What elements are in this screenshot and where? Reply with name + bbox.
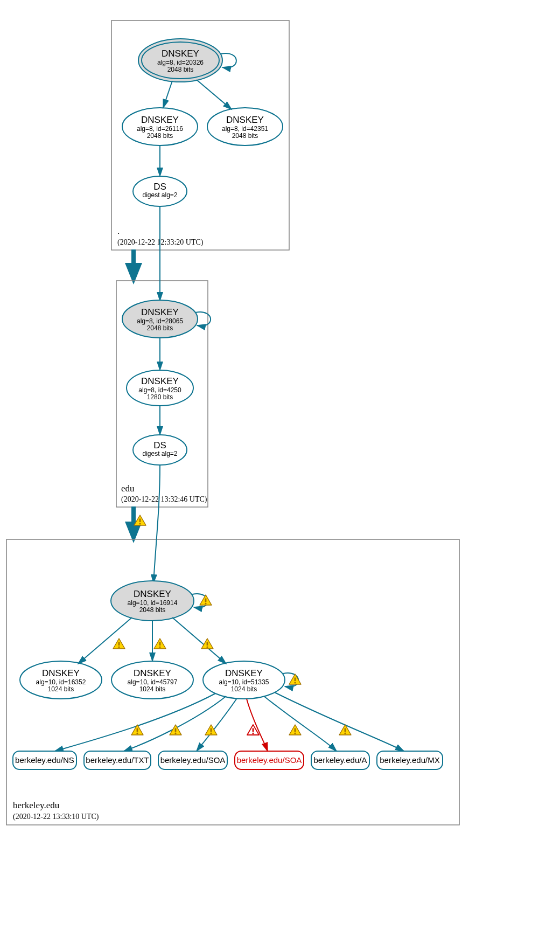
warning-icon[interactable] [289,674,301,684]
rr-mx[interactable]: berkeley.edu/MX [377,751,443,769]
svg-text:alg=8, id=20326: alg=8, id=20326 [157,59,204,66]
svg-text:1024 bits: 1024 bits [48,685,74,693]
zone-label-berkeley: berkeley.edu [13,800,60,810]
svg-text:DNSKEY: DNSKEY [162,48,199,59]
zone-label-root: . [117,226,120,236]
svg-text:digest alg=2: digest alg=2 [142,191,177,199]
svg-text:2048 bits: 2048 bits [147,324,173,332]
svg-text:alg=10, id=16914: alg=10, id=16914 [128,599,178,607]
warning-icon[interactable] [205,725,217,735]
svg-text:alg=10, id=16352: alg=10, id=16352 [36,678,86,686]
zone-ts-berkeley: (2020-12-22 13:33:10 UTC) [13,813,99,821]
svg-text:DNSKEY: DNSKEY [141,307,179,317]
dnssec-graph: . (2020-12-22 12:33:20 UTC) DNSKEY alg=8… [0,0,560,944]
svg-text:DNSKEY: DNSKEY [141,115,179,125]
svg-text:alg=10, id=51335: alg=10, id=51335 [219,678,269,686]
rr-soa2-error[interactable]: berkeley.edu/SOA [235,751,304,769]
svg-text:berkeley.edu/A: berkeley.edu/A [314,755,367,765]
edge [163,81,172,108]
svg-text:alg=10, id=45797: alg=10, id=45797 [128,678,178,686]
svg-text:1024 bits: 1024 bits [139,685,166,693]
warning-icon[interactable] [200,595,212,605]
rr-a[interactable]: berkeley.edu/A [311,751,369,769]
edge [197,80,232,109]
svg-text:DNSKEY: DNSKEY [134,589,171,599]
svg-text:DNSKEY: DNSKEY [225,668,263,678]
svg-text:berkeley.edu/MX: berkeley.edu/MX [380,755,439,765]
svg-text:DNSKEY: DNSKEY [134,668,171,678]
rr-soa1[interactable]: berkeley.edu/SOA [158,751,227,769]
svg-text:DNSKEY: DNSKEY [226,115,264,125]
svg-text:DS: DS [153,440,166,450]
zone-ts-edu: (2020-12-22 13:32:46 UTC) [121,495,207,504]
svg-text:1024 bits: 1024 bits [231,685,257,693]
svg-text:2048 bits: 2048 bits [147,132,173,140]
svg-text:berkeley.edu/SOA: berkeley.edu/SOA [160,755,226,765]
svg-text:berkeley.edu/TXT: berkeley.edu/TXT [86,755,149,765]
rr-ns[interactable]: berkeley.edu/NS [13,751,76,769]
svg-text:DS: DS [153,182,166,192]
svg-text:DNSKEY: DNSKEY [141,376,179,386]
svg-text:2048 bits: 2048 bits [167,66,194,73]
warning-icon[interactable] [113,638,125,649]
rr-txt[interactable]: berkeley.edu/TXT [84,751,151,769]
svg-text:berkeley.edu/NS: berkeley.edu/NS [15,755,74,765]
svg-text:berkeley.edu/SOA: berkeley.edu/SOA [237,755,302,765]
svg-text:alg=8, id=28065: alg=8, id=28065 [137,317,183,325]
svg-text:2048 bits: 2048 bits [232,132,258,140]
svg-text:2048 bits: 2048 bits [139,606,166,614]
svg-text:alg=8, id=4250: alg=8, id=4250 [138,386,181,394]
error-icon[interactable] [247,725,259,735]
warning-icon[interactable] [289,725,301,735]
svg-text:1280 bits: 1280 bits [147,393,173,401]
svg-text:digest alg=2: digest alg=2 [142,450,177,457]
zone-label-edu: edu [121,483,135,494]
edge-ds-bksk [153,465,160,583]
warning-icon[interactable] [154,638,166,649]
svg-text:alg=8, id=42351: alg=8, id=42351 [222,125,268,133]
svg-text:DNSKEY: DNSKEY [42,668,80,678]
warning-icon[interactable] [131,725,143,735]
svg-text:alg=8, id=26116: alg=8, id=26116 [137,125,183,133]
warning-icon[interactable] [134,515,146,525]
